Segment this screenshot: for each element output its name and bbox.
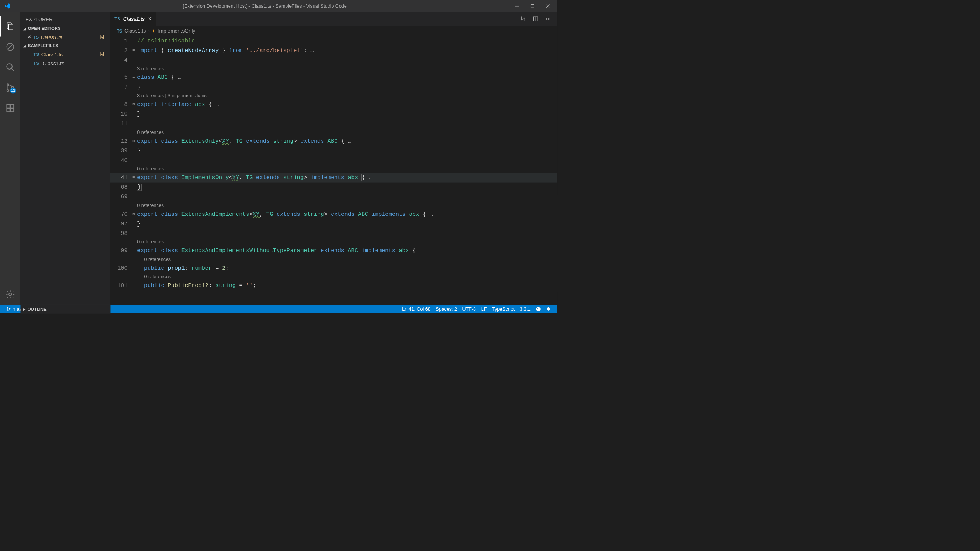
svg-point-27	[539, 308, 539, 309]
codelens[interactable]: 0 references	[110, 273, 557, 280]
settings-gear-icon[interactable]	[0, 284, 20, 305]
code-editor[interactable]: 1 // tslint:disable 2 ⊞ import { createN…	[110, 36, 557, 305]
window-title: [Extension Development Host] - Class1.ts…	[16, 3, 514, 9]
breadcrumb-file: Class1.ts	[124, 28, 146, 34]
typescript-file-icon: TS	[34, 60, 39, 65]
svg-rect-3	[9, 24, 13, 30]
line-number: 39	[110, 146, 131, 155]
svg-point-5	[7, 64, 12, 69]
codelens[interactable]: 3 references	[110, 65, 557, 73]
fold-icon[interactable]: ⊞	[131, 73, 136, 82]
file-item[interactable]: TS IClass1.ts	[20, 59, 110, 68]
svg-point-7	[7, 90, 9, 91]
extensions-icon[interactable]	[0, 98, 20, 118]
svg-rect-0	[515, 6, 519, 6]
svg-point-6	[7, 84, 9, 86]
editor-tab[interactable]: TS Class1.ts ✕	[110, 12, 156, 26]
fold-icon[interactable]: ⊞	[131, 46, 136, 55]
svg-rect-11	[11, 109, 14, 112]
project-header[interactable]: ◢ SAMPLEFILES	[20, 42, 110, 50]
file-item[interactable]: TS Class1.ts M	[20, 50, 110, 59]
search-icon[interactable]	[0, 57, 20, 77]
file-name: IClass1.ts	[41, 60, 108, 66]
minimize-button[interactable]	[514, 3, 520, 9]
open-editor-item[interactable]: ✕ TS Class1.ts M	[20, 33, 110, 42]
svg-point-13	[9, 293, 11, 296]
codelens[interactable]: 0 references	[110, 256, 557, 263]
codelens[interactable]: 0 references	[110, 238, 557, 246]
more-actions-icon[interactable]	[545, 16, 551, 22]
chevron-down-icon: ◢	[23, 44, 26, 48]
sidebar-explorer: EXPLORER ◢ OPEN EDITORS ✕ TS Class1.ts M…	[20, 12, 110, 305]
svg-rect-12	[11, 104, 14, 108]
svg-point-20	[7, 310, 8, 311]
source-control-icon[interactable]: 11	[0, 77, 20, 98]
close-button[interactable]	[544, 3, 551, 9]
typescript-version[interactable]: 3.3.1	[517, 306, 533, 312]
typescript-file-icon: TS	[117, 28, 122, 33]
codelens[interactable]: 0 references	[110, 165, 557, 173]
cursor-position[interactable]: Ln 41, Col 68	[399, 306, 433, 312]
open-editor-filename: Class1.ts	[41, 34, 100, 40]
line-number: 12	[110, 136, 131, 146]
fold-icon[interactable]: ⊞	[131, 173, 136, 183]
vscode-logo-icon	[4, 3, 11, 10]
svg-point-17	[548, 18, 549, 20]
class-symbol-icon: ✦	[152, 28, 155, 34]
svg-rect-1	[531, 5, 534, 8]
indentation[interactable]: Spaces: 2	[433, 306, 459, 312]
notifications-bell-icon[interactable]	[544, 306, 554, 311]
line-number: 41	[110, 173, 131, 183]
svg-point-25	[536, 307, 540, 311]
breadcrumb-symbol: ImplementsOnly	[158, 28, 196, 34]
typescript-file-icon: TS	[34, 52, 39, 57]
line-number: 8	[110, 100, 131, 109]
line-number: 7	[110, 82, 131, 92]
close-icon[interactable]: ✕	[148, 16, 152, 22]
typescript-file-icon: TS	[33, 35, 39, 40]
feedback-smiley-icon[interactable]	[533, 306, 543, 312]
chevron-down-icon: ◢	[23, 26, 26, 31]
line-number: 101	[110, 281, 131, 290]
maximize-button[interactable]	[529, 3, 536, 9]
typescript-file-icon: TS	[114, 16, 120, 21]
svg-point-21	[9, 308, 10, 309]
sidebar-title: EXPLORER	[20, 12, 110, 24]
line-number: 1	[110, 36, 131, 46]
language-mode[interactable]: TypeScript	[489, 306, 517, 312]
source-control-badge: 11	[10, 88, 16, 94]
close-icon[interactable]: ✕	[26, 34, 31, 40]
eol[interactable]: LF	[479, 306, 489, 312]
svg-point-18	[550, 18, 551, 20]
split-editor-icon[interactable]	[532, 16, 539, 22]
line-number: 4	[110, 55, 131, 65]
line-number: 100	[110, 263, 131, 273]
chevron-right-icon: ›	[148, 28, 150, 33]
compare-changes-icon[interactable]	[520, 16, 526, 22]
codelens[interactable]: 3 references | 3 implementations	[110, 92, 557, 99]
file-name: Class1.ts	[41, 51, 100, 57]
fold-icon[interactable]: ⊞	[131, 100, 136, 109]
fold-icon[interactable]: ⊞	[131, 209, 136, 219]
svg-point-19	[7, 307, 8, 308]
breadcrumb[interactable]: TS Class1.ts › ✦ ImplementsOnly	[110, 26, 557, 36]
line-number: 98	[110, 228, 131, 238]
line-number: 2	[110, 46, 131, 55]
modified-indicator: M	[100, 34, 108, 40]
open-editors-header[interactable]: ◢ OPEN EDITORS	[20, 24, 110, 33]
titlebar: [Extension Development Host] - Class1.ts…	[0, 0, 557, 12]
outline-header[interactable]: ▸ OUTLINE	[20, 305, 110, 305]
tab-name: Class1.ts	[123, 16, 145, 22]
explorer-icon[interactable]	[0, 16, 20, 36]
editor-tabs: TS Class1.ts ✕	[110, 12, 557, 26]
modified-indicator: M	[100, 52, 108, 57]
line-number: 69	[110, 192, 131, 202]
encoding[interactable]: UTF-8	[460, 306, 479, 312]
svg-rect-9	[7, 104, 10, 108]
fold-icon[interactable]: ⊞	[131, 136, 136, 146]
codelens[interactable]: 0 references	[110, 202, 557, 209]
codelens[interactable]: 0 references	[110, 129, 557, 136]
search-disabled-icon[interactable]	[0, 37, 20, 57]
line-number: 5	[110, 73, 131, 82]
line-number: 10	[110, 109, 131, 119]
